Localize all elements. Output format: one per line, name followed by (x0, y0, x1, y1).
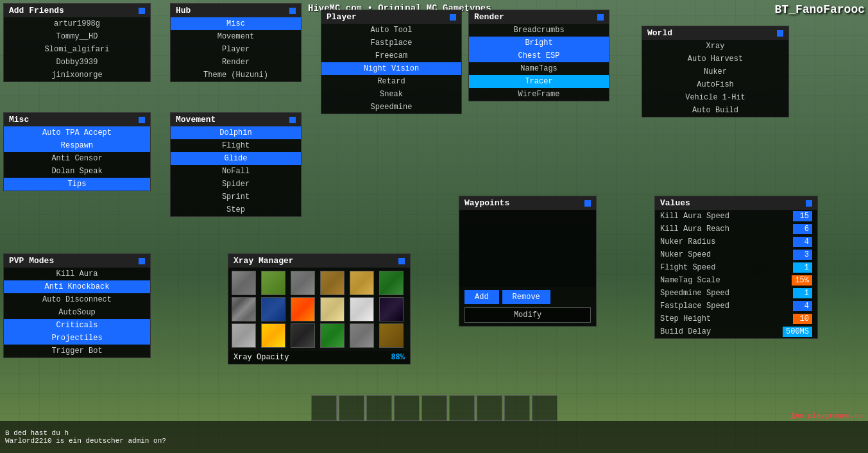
xray-block-gravel[interactable] (291, 271, 315, 295)
friend-item[interactable]: Tommy__HD (4, 30, 150, 43)
friend-item[interactable]: Slomi_algifari (4, 43, 150, 56)
xray-block-cobble[interactable] (232, 297, 256, 321)
xray-block-dark[interactable] (291, 323, 315, 348)
inventory-slot-8[interactable] (532, 395, 557, 421)
pvp-item[interactable]: Auto Disconnect (4, 293, 150, 306)
pvp-item[interactable]: Anti Knockback (4, 280, 150, 293)
inventory-slot-4[interactable] (421, 395, 447, 421)
chat-line-1: B ded hast du h (5, 429, 863, 437)
world-item[interactable]: Vehicle 1-Hit (642, 91, 788, 104)
hub-item[interactable]: Movement (171, 30, 301, 43)
inventory-slot-3[interactable] (394, 395, 420, 421)
render-item[interactable]: Bright (469, 37, 609, 49)
xray-block-sand[interactable] (320, 297, 345, 321)
waypoints-header: Waypoints (459, 196, 596, 210)
value-label: Kill Aura Speed (660, 212, 729, 221)
inventory-slot-5[interactable] (449, 395, 475, 421)
misc-item[interactable]: Dolan Speak (4, 165, 150, 178)
value-label: Flight Speed (660, 263, 715, 272)
value-row: Nuker Radius4 (655, 235, 817, 248)
movement-item[interactable]: Spider (171, 178, 301, 191)
pvp-items: Kill AuraAnti KnockbackAuto DisconnectAu… (4, 268, 150, 357)
inventory-slot-2[interactable] (366, 395, 392, 421)
movement-item[interactable]: NoFall (171, 165, 301, 178)
player-item[interactable]: Speedmine (321, 101, 461, 114)
misc-item[interactable]: Respawn (4, 139, 150, 152)
hub-item[interactable]: Theme (Huzuni) (171, 69, 301, 81)
xray-block-water[interactable] (261, 297, 285, 321)
xray-block-obsidian[interactable] (379, 297, 404, 321)
hub-item[interactable]: Render (171, 56, 301, 69)
player-item[interactable]: Retard (321, 75, 461, 88)
player-item[interactable]: Sneak (321, 88, 461, 101)
xray-block-green2[interactable] (320, 323, 345, 348)
player-item[interactable]: Freecam (321, 49, 461, 62)
player-header: Player (321, 10, 461, 24)
world-dot (777, 30, 783, 37)
inventory-slot-1[interactable] (339, 395, 364, 421)
xray-block-wood[interactable] (320, 271, 345, 295)
movement-item[interactable]: Flight (171, 139, 301, 152)
xray-block-gold[interactable] (261, 323, 285, 348)
render-item[interactable]: Breadcrumbs (469, 24, 609, 37)
world-item[interactable]: Xray (642, 40, 788, 53)
misc-item[interactable]: Tips (4, 178, 150, 191)
add-friends-dot (139, 8, 145, 14)
xray-block-iron[interactable] (232, 323, 256, 348)
player-item[interactable]: Night Vision (321, 62, 461, 75)
render-header: Render (469, 10, 609, 24)
add-friends-header: Add Friends (4, 4, 150, 17)
add-waypoint-button[interactable]: Add (464, 290, 499, 304)
pvp-item[interactable]: Kill Aura (4, 268, 150, 280)
xray-block-lava[interactable] (291, 297, 315, 321)
world-header: World (642, 26, 788, 40)
xray-block-planks[interactable] (350, 271, 374, 295)
movement-item[interactable]: Dolphin (171, 126, 301, 139)
hub-item[interactable]: Misc (171, 17, 301, 30)
render-item[interactable]: Tracer (469, 75, 609, 88)
render-item[interactable]: WireFrame (469, 88, 609, 101)
inventory-slot-7[interactable] (504, 395, 530, 421)
modify-waypoint-button[interactable]: Modify (464, 307, 591, 323)
value-row: Flight Speed1 (655, 261, 817, 274)
xray-block-grass[interactable] (261, 271, 285, 295)
player-item[interactable]: Fastplace (321, 37, 461, 49)
pvp-item[interactable]: AutoSoup (4, 306, 150, 319)
world-item[interactable]: Nuker (642, 65, 788, 78)
friend-item[interactable]: artur1998g (4, 17, 150, 30)
pvp-item[interactable]: Trigger Bot (4, 345, 150, 357)
misc-item[interactable]: Anti Censor (4, 152, 150, 165)
remove-waypoint-button[interactable]: Remove (502, 290, 550, 304)
pvp-item[interactable]: Projectiles (4, 332, 150, 345)
pvp-item[interactable]: Criticals (4, 319, 150, 332)
xray-block-white[interactable] (350, 297, 374, 321)
xray-header: Xray Manager (228, 254, 410, 268)
inventory-slot-0[interactable] (311, 395, 337, 421)
friend-item[interactable]: Dobby3939 (4, 56, 150, 69)
world-item[interactable]: Auto Build (642, 104, 788, 117)
hub-header: Hub (171, 4, 301, 17)
misc-header: Misc (4, 113, 150, 126)
xray-block-gravel2[interactable] (350, 323, 374, 348)
hub-item[interactable]: Player (171, 43, 301, 56)
movement-item[interactable]: Step (171, 203, 301, 216)
movement-item[interactable]: Glide (171, 152, 301, 165)
movement-item[interactable]: Sprint (171, 191, 301, 203)
values-dot (806, 200, 812, 207)
xray-block-dirt[interactable] (379, 323, 404, 348)
hub-dot (289, 8, 296, 14)
world-item[interactable]: AutoFish (642, 78, 788, 91)
misc-item[interactable]: Auto TPA Accept (4, 126, 150, 139)
render-item[interactable]: NameTags (469, 62, 609, 75)
value-label: Fastplace Speed (660, 302, 729, 311)
friend-item[interactable]: jinixonorge (4, 69, 150, 81)
player-item[interactable]: Auto Tool (321, 24, 461, 37)
value-number: 4 (793, 237, 812, 247)
xray-block-leaves[interactable] (379, 271, 404, 295)
xray-block-stone[interactable] (232, 271, 256, 295)
value-row: NameTag Scale15% (655, 274, 817, 287)
inventory-slot-6[interactable] (477, 395, 502, 421)
render-item[interactable]: Chest ESP (469, 49, 609, 62)
player-dot (450, 14, 456, 21)
world-item[interactable]: Auto Harvest (642, 53, 788, 65)
